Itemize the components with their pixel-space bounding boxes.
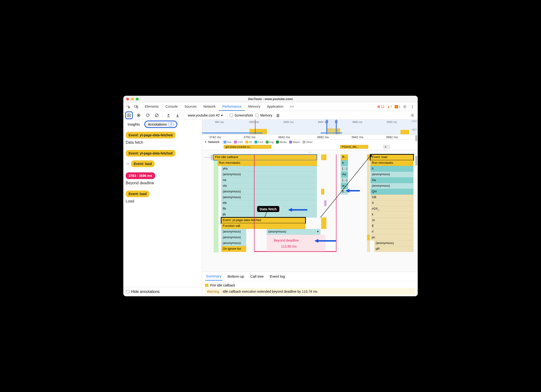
flame-cell[interactable]: Run microtasks: [370, 160, 413, 166]
flame-cell[interactable]: (anonymous): [221, 240, 246, 246]
flame-cell[interactable]: Event: yt-page-data-fetched: [221, 217, 305, 223]
details-tab-call-tree[interactable]: Call tree: [249, 272, 265, 280]
toggle-sidebar-button[interactable]: [126, 113, 132, 118]
flame-scrollbar[interactable]: [415, 156, 417, 165]
flame-cell[interactable]: GB: [370, 195, 413, 200]
svg-marker-25: [314, 239, 318, 243]
flame-cell[interactable]: (anonymous): [374, 240, 413, 246]
time-ruler[interactable]: 3742 ms3792 ms3842 ms3892 ms3942 ms3992 …: [202, 134, 418, 140]
chevron-down-icon[interactable]: ▼: [204, 140, 207, 144]
ruler-tick: 3892 ms: [317, 135, 329, 139]
annotation-arrow-row: →Event: load: [126, 160, 200, 167]
flame-cell[interactable]: Aa: [370, 177, 413, 183]
device-toolbar-icon[interactable]: [133, 103, 140, 110]
gc-button[interactable]: [275, 112, 281, 119]
hide-annotations-checkbox[interactable]: Hide annotations: [126, 290, 199, 294]
details-tab-summary[interactable]: Summary: [205, 272, 222, 281]
legend-item: Wasm: [289, 141, 300, 143]
flame-cell[interactable]: ri: [370, 229, 413, 235]
recording-target-dropdown[interactable]: www.youtube.com #2 ▾: [186, 113, 225, 118]
errors-chip[interactable]: 12: [377, 104, 384, 109]
screenshots-checkbox[interactable]: Screenshots: [230, 113, 253, 117]
svg-point-10: [138, 115, 139, 116]
inspect-icon[interactable]: [125, 103, 132, 110]
info-chip[interactable]: !1: [395, 105, 400, 108]
deadline-label: Beyond deadline: [274, 238, 299, 242]
record-button[interactable]: [135, 112, 142, 119]
summary-warning: Warning Idle callback execution extended…: [205, 288, 415, 295]
flame-cell[interactable]: Fire idle callback: [214, 154, 317, 160]
annotation-item[interactable]: Event: loadLoad: [126, 191, 200, 203]
network-bar[interactable]: h: [383, 145, 390, 149]
more-tabs-button[interactable]: >>: [288, 105, 296, 109]
flame-cell[interactable]: Qm: [370, 189, 413, 195]
flame-cell[interactable]: Event: load: [370, 154, 413, 160]
download-button[interactable]: [174, 112, 181, 119]
settings-icon[interactable]: [401, 103, 408, 110]
tab-network[interactable]: Network: [200, 103, 219, 111]
flame-cell[interactable]: k: [370, 212, 413, 217]
flame-cell[interactable]: qR: [374, 246, 413, 252]
upload-button[interactable]: [165, 112, 172, 119]
annotation-item[interactable]: Event: yt-page-data-fetched→Event: load: [126, 150, 200, 167]
flame-cell[interactable]: (anonymous): [370, 183, 413, 189]
tab-insights[interactable]: Insights: [125, 121, 142, 128]
tab-application[interactable]: Application: [264, 103, 287, 111]
performance-toolbar: www.youtube.com #2 ▾ Screenshots Memory: [123, 111, 418, 120]
clear-button[interactable]: [153, 112, 160, 119]
performance-main: 992 ms1992 ms2992 ms3992 ms4992 ms5992 m…: [202, 120, 418, 296]
flame-cell[interactable]: E: [370, 223, 413, 229]
tab-sources[interactable]: Sources: [181, 103, 200, 111]
summary-event-name: Fire idle callback: [210, 283, 235, 287]
minimize-button[interactable]: [131, 98, 134, 101]
flame-cell[interactable]: klb: [221, 200, 317, 206]
tab-performance[interactable]: Performance: [219, 103, 245, 111]
flame-cell[interactable]: (anonymous): [221, 195, 317, 200]
network-track[interactable]: ▼ Network DocCSSJSFontImgMediaWasmOther …: [202, 140, 418, 150]
memory-checkbox[interactable]: Memory: [255, 113, 272, 117]
tab-console[interactable]: Console: [162, 103, 181, 111]
warnings-chip[interactable]: 7: [387, 105, 392, 108]
capture-settings-icon[interactable]: [409, 112, 416, 119]
legend-swatch: [254, 141, 257, 143]
kebab-menu-icon[interactable]: [409, 103, 416, 110]
sidebar: Insights Annotations 4 Event: yt-page-da…: [123, 120, 202, 296]
annotation-item[interactable]: 3783 - 3896 msBeyond deadline: [126, 172, 200, 185]
flame-cell[interactable]: (anonymous): [221, 172, 317, 177]
flame-cell[interactable]: vla: [221, 183, 317, 189]
network-bar[interactable]: PSDnSI_8fd…: [340, 145, 368, 149]
flame-cell[interactable]: (anonymous): [221, 229, 246, 235]
tab-annotations[interactable]: Annotations 4: [144, 121, 177, 128]
flame-cell[interactable]: Jv: [370, 217, 413, 223]
cpu-label: CPU: [412, 120, 417, 123]
chevron-down-icon[interactable]: ▾: [317, 230, 319, 233]
details-tab-event-log[interactable]: Event log: [269, 272, 286, 280]
tab-elements[interactable]: Elements: [141, 103, 162, 111]
overview-minimap[interactable]: 992 ms1992 ms2992 ms3992 ms4992 ms5992 m…: [202, 120, 418, 134]
flame-cell[interactable]: (anonymous): [370, 172, 413, 177]
tab-memory[interactable]: Memory: [245, 103, 264, 111]
flame-cell[interactable]: X: [370, 200, 413, 206]
overview-tick: 4992 ms: [352, 121, 362, 123]
flame-cell[interactable]: Run microtasks: [217, 160, 317, 166]
flame-cell[interactable]: pc: [370, 235, 413, 240]
flame-cell[interactable]: (anonymous) ▾: [267, 229, 320, 235]
annotations-count-badge: 4: [168, 122, 174, 126]
annotation-item[interactable]: Event: yt-page-data-fetchedData fetch: [126, 132, 200, 145]
sidebar-tabs: Insights Annotations 4: [123, 120, 202, 129]
flame-cell[interactable]: (anonymous): [221, 235, 246, 240]
details-tab-bottom-up[interactable]: Bottom-up: [227, 272, 245, 280]
flame-cell[interactable]: rla: [221, 177, 317, 183]
network-bar[interactable]: get (www.youtube.co…: [224, 145, 271, 149]
flame-cell[interactable]: (anonymous): [221, 189, 317, 195]
close-button[interactable]: [126, 98, 129, 101]
overview-selection[interactable]: [326, 120, 337, 134]
flame-cell[interactable]: yka: [221, 166, 317, 172]
flame-cell[interactable]: cGX_: [370, 206, 413, 212]
flame-chart[interactable]: ⋯ Fire idle callbackRun microtasksyka(an…: [202, 150, 418, 272]
reload-button[interactable]: [144, 112, 151, 119]
maximize-button[interactable]: [136, 98, 139, 101]
flame-cell[interactable]: Function call: [221, 223, 305, 229]
flame-cell[interactable]: On ignore list: [221, 246, 246, 252]
flame-cell[interactable]: b: [370, 166, 413, 172]
